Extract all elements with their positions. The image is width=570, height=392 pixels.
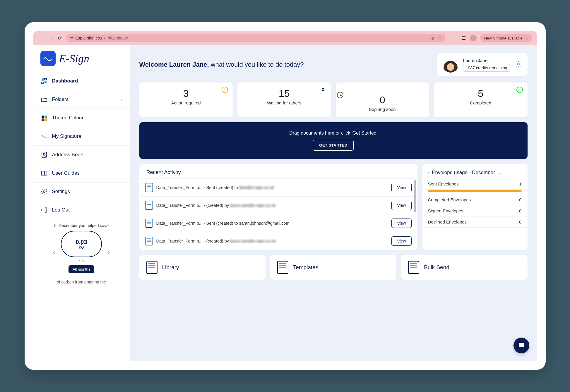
key-icon[interactable]: ⊘ <box>431 36 435 40</box>
chevron-down-icon[interactable]: ⌄ <box>497 169 501 176</box>
tile-library[interactable]: Library <box>139 255 266 280</box>
user-card: Lauren Jane 1987 credits remaining <box>437 53 528 76</box>
tile-templates[interactable]: Templates <box>270 255 396 280</box>
stat-action-required[interactable]: !3Action required <box>139 82 233 117</box>
sidebar-item-folders[interactable]: Folders› <box>33 90 130 109</box>
activity-text: Data_Transfer_Form.p... - (created) by l… <box>156 203 388 208</box>
gear-icon[interactable] <box>515 60 522 69</box>
stat-waiting-for-others[interactable]: ⧗15Waiting for others <box>237 82 331 117</box>
eco-value: 0.03 <box>76 239 87 245</box>
recent-activity-panel: Recent Activity Data_Transfer_Form.p... … <box>139 164 417 250</box>
tile-label: Bulk Send <box>424 264 449 271</box>
usage-value: 1 <box>519 181 521 186</box>
usage-label: Completed Envelopes <box>428 197 471 202</box>
brand-name: E-Sign <box>59 52 89 65</box>
reading-list-icon[interactable]: ☲ <box>461 35 467 41</box>
tile-bulk-send[interactable]: Bulk Send <box>401 255 527 280</box>
sidebar-item-label: Folders <box>52 97 69 102</box>
tile-label: Templates <box>293 264 319 271</box>
eco-allmonths-button[interactable]: All months <box>69 265 95 273</box>
eco-footer: of carbon from entering the <box>38 280 125 284</box>
signature-icon <box>40 133 48 140</box>
view-button[interactable]: View <box>391 219 411 228</box>
activity-row: Data_Transfer_Form.p... - Sent (created)… <box>139 214 417 232</box>
back-button[interactable]: ← <box>38 35 44 41</box>
usage-row: Declined Envelopes0 <box>422 216 528 228</box>
chat-fab[interactable] <box>513 338 529 353</box>
eco-prev-button[interactable]: ‹ <box>53 248 55 256</box>
stat-expiring-soon[interactable]: 0Expiring soon <box>336 82 429 117</box>
addressbook-icon <box>40 151 48 159</box>
svg-point-9 <box>43 153 45 155</box>
recent-activity-heading: Recent Activity <box>139 164 417 178</box>
svg-rect-3 <box>42 82 44 83</box>
brand-logo: E-Sign <box>33 51 130 72</box>
get-started-button[interactable]: GET STARTED <box>313 140 353 151</box>
svg-rect-5 <box>44 116 47 118</box>
stat-value: 5 <box>440 88 522 99</box>
usage-value: 0 <box>519 197 521 202</box>
view-button[interactable]: View <box>391 236 411 246</box>
forward-button[interactable]: → <box>47 35 54 41</box>
extensions-icon[interactable]: ⬚ <box>451 35 457 41</box>
sidebar-item-settings[interactable]: Settings <box>33 182 130 201</box>
activity-row: Data_Transfer_Form.p... - Sent (created)… <box>139 178 417 196</box>
svg-rect-8 <box>42 152 47 157</box>
document-stack-icon <box>277 261 288 274</box>
address-bar[interactable]: ⇄ app.e-sign.co.uk/dashboard ⊘ ☆ <box>66 34 446 42</box>
book-icon <box>40 169 48 177</box>
activity-text: Data_Transfer_Form.p... - (created) by l… <box>156 239 388 243</box>
scrollbar[interactable] <box>414 180 416 212</box>
svg-point-11 <box>517 63 519 65</box>
svg-rect-7 <box>44 118 47 121</box>
secure-icon: ⇄ <box>70 36 73 40</box>
sidebar-item-dashboard[interactable]: Dashboard <box>33 72 130 90</box>
document-stack-icon <box>408 261 419 274</box>
eco-unit: KG <box>79 245 84 250</box>
url-path: /dashboard <box>108 36 128 40</box>
stat-label: Completed <box>440 100 522 105</box>
view-button[interactable]: View <box>391 183 411 192</box>
svg-rect-4 <box>42 116 44 118</box>
activity-text: Data_Transfer_Form.p... - Sent (created)… <box>156 185 388 190</box>
usage-heading[interactable]: ‹ Envelope usage - December ⌄ <box>422 164 528 178</box>
stat-label: Expiring soon <box>342 107 424 112</box>
refresh-button[interactable]: ⟳ <box>57 35 63 41</box>
stat-completed[interactable]: ✓5Completed <box>434 82 528 117</box>
usage-bar <box>428 190 522 192</box>
sidebar-item-address-book[interactable]: Address Book <box>33 145 130 164</box>
usage-value: 0 <box>519 208 521 213</box>
stat-label: Action required <box>145 100 227 105</box>
document-icon <box>145 219 153 228</box>
main-content: Welcome Lauren Jane, what would you like… <box>130 45 537 361</box>
stat-label: Waiting for others <box>243 100 325 105</box>
envelope-usage-panel: ‹ Envelope usage - December ⌄ Sent Envel… <box>422 164 528 250</box>
drop-zone[interactable]: Drag documents here or click 'Get Starte… <box>139 122 528 159</box>
eco-next-button[interactable]: › <box>108 248 110 256</box>
svg-rect-1 <box>44 78 47 80</box>
sidebar-item-user-guides[interactable]: User Guides <box>33 164 130 182</box>
tile-label: Library <box>162 264 179 271</box>
sidebar-item-label: Theme Colour <box>52 115 84 121</box>
sidebar-item-label: Settings <box>52 189 70 195</box>
sidebar-item-theme-colour[interactable]: Theme Colour <box>33 109 130 127</box>
svg-rect-0 <box>42 78 44 81</box>
usage-row: Completed Envelopes0 <box>422 194 528 205</box>
eco-cloud-icon: 0.03 KG <box>61 231 102 257</box>
stat-value: 15 <box>243 88 325 99</box>
sidebar-item-label: Dashboard <box>52 78 78 84</box>
usage-prev-icon[interactable]: ‹ <box>428 170 430 176</box>
welcome-heading: Welcome Lauren Jane, what would you like… <box>139 61 304 68</box>
chrome-update-button[interactable]: New Chrome available⋮ <box>480 34 532 42</box>
sidebar-item-my-signature[interactable]: My Signature <box>33 127 130 145</box>
view-button[interactable]: View <box>391 201 411 210</box>
activity-row: Data_Transfer_Form.p... - (created) by l… <box>139 232 417 250</box>
activity-text: Data_Transfer_Form.p... - Sent (created)… <box>156 221 388 226</box>
profile-avatar-icon[interactable] <box>470 35 477 41</box>
sidebar-item-log-out[interactable]: Log Out <box>33 201 130 219</box>
eco-bubbles-icon: ○ ○ ₀ <box>78 258 85 262</box>
usage-row: Sent Envelopes1 <box>422 178 528 190</box>
user-name: Lauren Jane <box>463 58 510 63</box>
star-icon[interactable]: ☆ <box>438 36 441 40</box>
usage-row: Signed Envelopes0 <box>422 205 528 216</box>
